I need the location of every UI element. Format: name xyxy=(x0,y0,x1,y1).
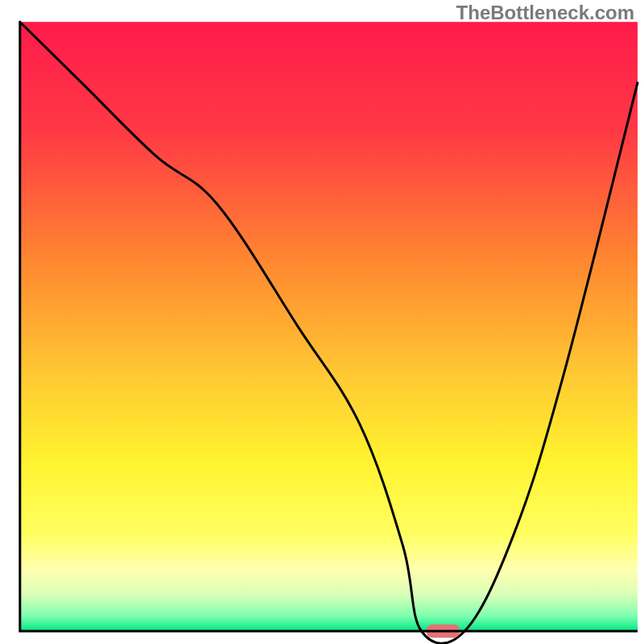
watermark-text: TheBottleneck.com xyxy=(456,2,634,24)
chart-container: TheBottleneck.com xyxy=(0,0,644,644)
bottleneck-chart xyxy=(0,0,644,644)
